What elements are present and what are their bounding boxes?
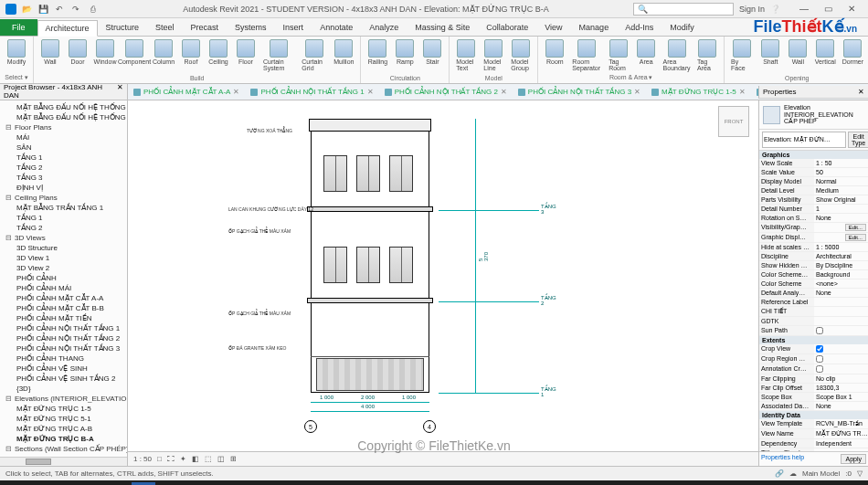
props-row[interactable]: CHI TIẾT <box>759 307 868 317</box>
edit-button[interactable]: Edit... <box>845 234 866 241</box>
props-row[interactable]: Graphic Displ…Edit... <box>759 233 868 243</box>
close-tab-icon[interactable]: ✕ <box>233 88 239 96</box>
ribbon-tab-annotate[interactable]: Annotate <box>312 19 361 36</box>
vc-icon[interactable]: ⬚ <box>205 455 212 463</box>
tree-node[interactable]: PHỐI CẢNH NỘI THẤT TẦNG 2 <box>2 333 125 343</box>
ribbon-mullion-button[interactable]: Mullion <box>331 38 356 66</box>
props-row[interactable]: Visibility/Grap…Edit... <box>759 223 868 233</box>
ribbon-room-button[interactable]: Room <box>542 38 567 66</box>
ribbon-curtainsystem-button[interactable]: Curtain System <box>260 38 297 72</box>
status-icon[interactable]: ☁ <box>789 469 797 478</box>
ribbon-ramp-button[interactable]: Ramp <box>392 38 418 66</box>
tree-node[interactable]: TẦNG 2 <box>2 223 125 233</box>
model-selector[interactable]: Main Model <box>802 469 840 478</box>
tree-node[interactable]: SÂN <box>2 142 125 153</box>
tree-node[interactable]: ĐỊNH VỊ <box>2 183 125 193</box>
task-revit-icon[interactable]: R <box>132 482 155 486</box>
tree-node[interactable]: PHỐI CẢNH <box>2 273 125 283</box>
ribbon-vertical-button[interactable]: Vertical <box>812 38 838 66</box>
props-section-header[interactable]: Identity Data <box>759 411 868 419</box>
ribbon-door-button[interactable]: Door <box>65 38 90 66</box>
signin-label[interactable]: Sign In <box>739 5 765 14</box>
drawing-canvas[interactable]: TƯỜNG XOÁ THẲNG LAN CAN KHUNG CƯỜNG LỰC … <box>128 100 758 466</box>
tree-node[interactable]: MẶT BẰNG ĐẤU NỐI HỆ THỐNG ĐIỆN <box>2 112 125 122</box>
ribbon-railing-button[interactable]: Railing <box>365 38 390 66</box>
props-row[interactable]: Associated Da…None <box>759 402 868 411</box>
ribbon-tagarea-button[interactable]: Tag Area <box>694 38 720 72</box>
view-tab[interactable]: PHỐI CẢNH MẶT CẮT A-A✕ <box>128 86 245 99</box>
props-row[interactable]: Far Clip Offset18300,3 <box>759 384 868 393</box>
ribbon-curtaingrid-button[interactable]: Curtain Grid <box>299 38 329 72</box>
props-row[interactable]: Reference Label <box>759 298 868 307</box>
ribbon-tab-steel[interactable]: Steel <box>147 19 183 36</box>
project-browser-tree[interactable]: MẶT BẰNG ĐẤU NỐI HỆ THỐNG THOÁMẶT BẰNG Đ… <box>0 100 127 457</box>
ribbon-roof-button[interactable]: Roof <box>178 38 204 66</box>
checkbox[interactable] <box>816 327 823 334</box>
ribbon-shaft-button[interactable]: Shaft <box>757 38 783 66</box>
tree-node[interactable]: MẶT ĐỨNG TRỤC B-A <box>2 434 125 444</box>
vc-icon[interactable]: ◧ <box>192 455 199 463</box>
panel-close-icon[interactable]: ✕ <box>858 88 864 96</box>
start-button[interactable]: ⊞ <box>4 482 27 486</box>
checkbox[interactable] <box>816 365 823 373</box>
qat-open-icon[interactable]: 📂 <box>20 3 33 16</box>
props-row[interactable]: Crop View <box>759 344 868 354</box>
ribbon-byface-button[interactable]: By Face <box>728 38 756 72</box>
props-row[interactable]: Scope BoxScope Box 1 <box>759 393 868 402</box>
view-tab[interactable]: PHỐI CẢNH NỘI THẤT TẦNG 1✕ <box>245 86 378 99</box>
task-item[interactable]: ▤ <box>55 482 79 486</box>
status-icon[interactable]: 🔗 <box>775 469 784 478</box>
ribbon-tab-architecture[interactable]: Architecture <box>37 20 98 37</box>
props-row[interactable]: Show Hidden …By Discipline <box>759 261 868 270</box>
vc-icon[interactable]: ✦ <box>180 455 186 463</box>
ribbon-modelgroup-button[interactable]: Model Group <box>508 38 534 72</box>
tree-node[interactable]: ⊟3D Views <box>2 233 125 243</box>
qat-redo-icon[interactable]: ↷ <box>69 3 82 16</box>
ribbon-modify-button[interactable]: Modify <box>4 38 29 66</box>
view-scale[interactable]: 1 : 50 <box>133 455 152 463</box>
props-row[interactable]: DisciplineArchitectural <box>759 252 868 261</box>
tree-node[interactable]: TẦNG 3 <box>2 173 125 183</box>
tree-node[interactable]: PHỐI CẢNH THANG <box>2 353 125 364</box>
ribbon-component-button[interactable]: Component <box>120 38 149 66</box>
ribbon-tab-analyze[interactable]: Analyze <box>361 19 407 36</box>
maximize-button[interactable]: ▭ <box>817 1 839 17</box>
props-row[interactable]: Crop Region … <box>759 354 868 364</box>
ribbon-modelline-button[interactable]: Model Line <box>481 38 506 72</box>
tree-node[interactable]: TẦNG 1 <box>2 153 125 163</box>
checkbox[interactable] <box>816 355 823 363</box>
ribbon-tab-view[interactable]: View <box>536 19 570 36</box>
tree-node[interactable]: PHỐI CẢNH VỆ SINH TẦNG 2 <box>2 374 125 384</box>
tree-node[interactable]: MẶT ĐỨNG TRỤC 5-1 <box>2 414 125 424</box>
tree-node[interactable]: ⊟Ceiling Plans <box>2 193 125 203</box>
ribbon-floor-button[interactable]: Floor <box>233 38 259 66</box>
ribbon-area-button[interactable]: Area <box>633 38 659 66</box>
apply-button[interactable]: Apply <box>841 454 866 464</box>
edit-type-button[interactable]: Edit Type <box>848 132 868 148</box>
search-box[interactable]: 🔍 <box>633 3 734 16</box>
tree-node[interactable]: MẶT BẰNG TRẦN TẦNG 1 <box>2 203 125 213</box>
vc-icon[interactable]: ⊞ <box>230 455 237 463</box>
tree-node[interactable]: {3D} <box>2 384 125 394</box>
ribbon-tab-collaborate[interactable]: Collaborate <box>478 19 536 36</box>
scrollbar-horizontal[interactable] <box>0 457 127 466</box>
props-row[interactable]: View NameMẶT ĐỨNG TR… <box>759 429 868 439</box>
props-row[interactable]: Color Scheme…Background <box>759 270 868 279</box>
ribbon-tab-systems[interactable]: Systems <box>227 19 275 36</box>
ribbon-tab-addins[interactable]: Add-Ins <box>617 19 662 36</box>
props-row[interactable]: Far ClippingNo clip <box>759 374 868 384</box>
ribbon-tagroom-button[interactable]: Tag Room <box>606 38 631 72</box>
checkbox[interactable] <box>816 345 823 353</box>
props-row[interactable]: Sun Path <box>759 326 868 336</box>
props-row[interactable]: Default Analy…None <box>759 289 868 298</box>
filter-icon[interactable]: ▽ <box>857 469 863 478</box>
ribbon-roomseparator-button[interactable]: Room Separator <box>569 38 604 72</box>
tree-node[interactable]: PHỐI CẢNH NỘI THẤT TẦNG 3 <box>2 343 125 353</box>
tree-node[interactable]: PHỐI CẢNH MẶT TIỀN <box>2 313 125 323</box>
qat-save-icon[interactable]: 💾 <box>37 3 49 16</box>
edit-button[interactable]: Edit... <box>845 224 866 231</box>
props-row[interactable]: Rotation on S…None <box>759 214 868 223</box>
props-row[interactable]: View TemplateRCVN_MB-Trần <box>759 419 868 429</box>
ribbon-wall-button[interactable]: Wall <box>785 38 810 66</box>
ribbon-modeltext-button[interactable]: Model Text <box>453 38 479 72</box>
